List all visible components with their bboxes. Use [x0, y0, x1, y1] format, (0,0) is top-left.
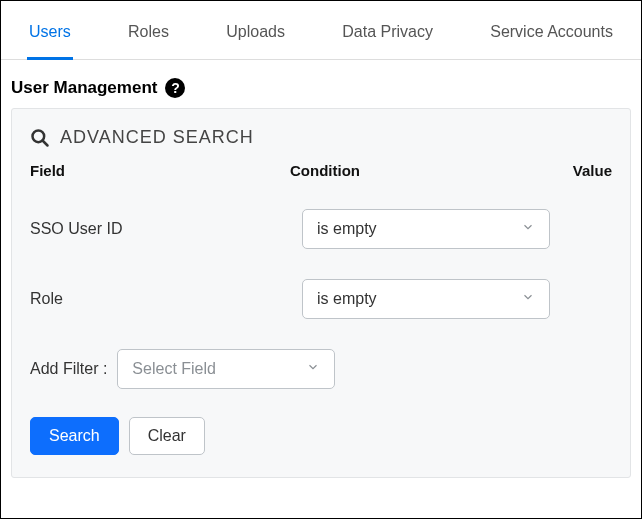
chevron-down-icon: [521, 290, 535, 308]
help-icon[interactable]: ?: [165, 78, 185, 98]
tab-uploads[interactable]: Uploads: [226, 1, 285, 59]
condition-value-role: is empty: [317, 290, 377, 308]
app-window: Users Roles Uploads Data Privacy Service…: [0, 0, 642, 519]
filter-row-role: Role is empty: [30, 279, 612, 319]
filter-label-sso: SSO User ID: [30, 220, 302, 238]
panel-header: ADVANCED SEARCH: [30, 127, 612, 148]
header-condition: Condition: [290, 162, 552, 179]
add-filter-select[interactable]: Select Field: [117, 349, 335, 389]
button-row: Search Clear: [30, 417, 612, 455]
advanced-search-panel: ADVANCED SEARCH Field Condition Value SS…: [11, 108, 631, 478]
add-filter-placeholder: Select Field: [132, 360, 216, 378]
panel-title: ADVANCED SEARCH: [60, 127, 254, 148]
page-header: User Management ?: [1, 60, 641, 108]
tab-users[interactable]: Users: [29, 1, 71, 59]
page-title: User Management: [11, 78, 157, 98]
clear-button[interactable]: Clear: [129, 417, 205, 455]
search-button[interactable]: Search: [30, 417, 119, 455]
add-filter-label: Add Filter :: [30, 360, 107, 378]
condition-select-sso[interactable]: is empty: [302, 209, 550, 249]
tab-bar: Users Roles Uploads Data Privacy Service…: [1, 1, 641, 60]
column-headers: Field Condition Value: [30, 162, 612, 179]
tab-service-accounts[interactable]: Service Accounts: [490, 1, 613, 59]
tab-data-privacy[interactable]: Data Privacy: [342, 1, 433, 59]
chevron-down-icon: [306, 360, 320, 378]
add-filter-row: Add Filter : Select Field: [30, 349, 612, 389]
chevron-down-icon: [521, 220, 535, 238]
condition-select-role[interactable]: is empty: [302, 279, 550, 319]
tab-roles[interactable]: Roles: [128, 1, 169, 59]
search-icon: [30, 128, 50, 148]
svg-line-1: [43, 140, 48, 145]
header-value: Value: [552, 162, 612, 179]
condition-value-sso: is empty: [317, 220, 377, 238]
filter-row-sso: SSO User ID is empty: [30, 209, 612, 249]
filter-label-role: Role: [30, 290, 302, 308]
header-field: Field: [30, 162, 290, 179]
